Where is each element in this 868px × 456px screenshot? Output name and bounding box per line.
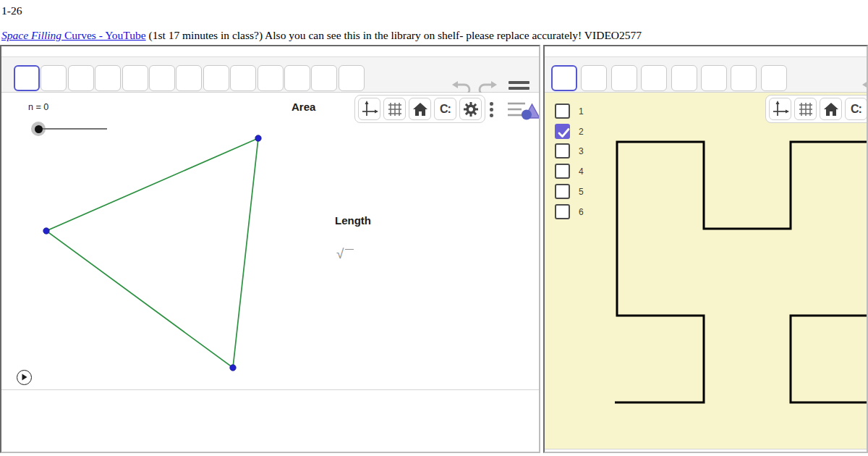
sqrt-symbol: √ xyxy=(336,246,357,263)
tool-button-8[interactable] xyxy=(761,65,787,91)
tool-button-8[interactable] xyxy=(203,65,229,91)
page-caption: Space Filling Curves - YouTube (1st 17 m… xyxy=(1,29,642,42)
checkbox-4[interactable] xyxy=(555,164,570,179)
tool-button-11[interactable] xyxy=(284,65,310,91)
triangle-vertex-point-1[interactable] xyxy=(255,135,261,141)
right-toolbar xyxy=(545,56,867,93)
home-button[interactable] xyxy=(409,98,431,120)
tool-button-3[interactable] xyxy=(68,65,94,91)
slider-n-label: n = 0 xyxy=(28,102,48,112)
reset-view-button[interactable]: C: xyxy=(845,98,867,120)
checkbox-label-4: 4 xyxy=(579,166,584,177)
hilbert-curve-drawing xyxy=(545,93,867,449)
tool-button-6[interactable] xyxy=(701,65,727,91)
grid-toggle-button[interactable] xyxy=(383,98,406,120)
tool-button-5[interactable] xyxy=(122,65,148,91)
triangle-vertex-point-3[interactable] xyxy=(230,365,236,371)
youtube-link[interactable]: Space Filling Curves - YouTube xyxy=(1,29,146,41)
checkbox-label-6: 6 xyxy=(579,207,584,217)
tool-button-13[interactable] xyxy=(339,65,365,91)
grid-icon xyxy=(797,101,814,118)
tool-button-7[interactable] xyxy=(176,65,202,91)
tool-button-10[interactable] xyxy=(258,65,284,91)
axes-toggle-button[interactable] xyxy=(358,98,380,120)
checkbox-3[interactable] xyxy=(555,143,570,159)
reset-icon: C: xyxy=(440,103,451,115)
geogebra-applet-space-filling-curve: 123456 xyxy=(543,45,868,453)
checkbox-6[interactable] xyxy=(555,204,570,219)
play-animation-button[interactable] xyxy=(17,370,32,385)
tool-button-1[interactable] xyxy=(551,65,577,91)
left-graphics-view[interactable]: n = 0 Area Length √ xyxy=(1,93,539,390)
grid-toggle-button[interactable] xyxy=(794,98,817,120)
checkbox-2[interactable] xyxy=(555,124,570,139)
tool-button-1[interactable] xyxy=(14,65,40,91)
algebra-view-icon xyxy=(506,99,540,121)
gear-icon xyxy=(462,101,480,118)
checkbox-5[interactable] xyxy=(555,184,570,199)
checkbox-label-1: 1 xyxy=(579,106,584,117)
axes-icon xyxy=(772,101,789,118)
tool-button-9[interactable] xyxy=(230,65,256,91)
space-filling-curve-segment-2[interactable] xyxy=(791,316,867,402)
home-icon xyxy=(412,101,429,118)
youtube-link-italic-text: Space Filling xyxy=(1,29,61,41)
tool-button-4[interactable] xyxy=(641,65,667,91)
left-toolbar xyxy=(1,56,539,93)
checkbox-label-3: 3 xyxy=(579,146,584,156)
home-icon xyxy=(822,101,840,118)
algebra-panel-toggle[interactable] xyxy=(506,99,540,124)
tool-button-3[interactable] xyxy=(611,65,637,91)
tool-button-4[interactable] xyxy=(95,65,121,91)
grid-icon xyxy=(386,101,404,118)
area-label: Area xyxy=(292,101,315,113)
settings-button[interactable] xyxy=(459,98,482,120)
reset-icon: C: xyxy=(851,103,861,115)
home-button[interactable] xyxy=(820,98,842,120)
checkbox-label-2: 2 xyxy=(579,127,584,137)
page-heading-number: 1-26 xyxy=(1,4,22,17)
more-options-icon[interactable] xyxy=(490,102,493,119)
youtube-link-regular-text: Curves - YouTube xyxy=(61,29,146,41)
right-stylebar: C: xyxy=(765,95,868,123)
checkbox-label-5: 5 xyxy=(579,187,584,197)
triangle-drawing xyxy=(1,93,539,390)
tool-button-7[interactable] xyxy=(731,65,757,91)
reset-view-button[interactable]: C: xyxy=(434,98,456,120)
tool-button-6[interactable] xyxy=(149,65,175,91)
length-label: Length xyxy=(335,214,371,227)
slider-n-track[interactable] xyxy=(35,128,107,130)
tool-button-5[interactable] xyxy=(671,65,697,91)
tool-button-2[interactable] xyxy=(581,65,607,91)
tool-button-2[interactable] xyxy=(41,65,67,91)
sqrt-glyph: √ xyxy=(336,246,344,261)
triangle-polygon[interactable] xyxy=(46,138,258,368)
caption-text: (1st 17 minutes in class?) Also you can … xyxy=(146,29,642,41)
axes-toggle-button[interactable] xyxy=(769,98,791,120)
checkbox-1[interactable] xyxy=(555,104,570,119)
left-stylebar: C: xyxy=(354,95,485,123)
play-icon xyxy=(17,371,30,384)
triangle-vertex-point-2[interactable] xyxy=(43,228,49,234)
tool-button-12[interactable] xyxy=(311,65,337,91)
space-filling-curve-segment-1[interactable] xyxy=(615,142,867,402)
sqrt-overbar xyxy=(345,249,354,250)
checkmark-icon xyxy=(556,125,571,140)
axes-icon xyxy=(361,101,378,118)
slider-n-handle[interactable] xyxy=(35,125,43,133)
right-graphics-view[interactable]: 123456 xyxy=(545,93,867,449)
geogebra-applet-triangle: n = 0 Area Length √ xyxy=(0,45,540,453)
